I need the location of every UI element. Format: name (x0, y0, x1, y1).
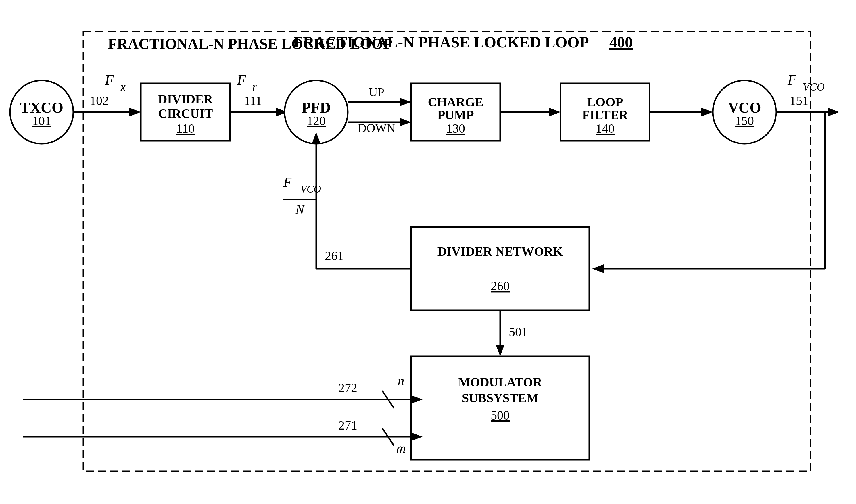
charge-pump-label2: PUMP (437, 108, 474, 122)
fr-label: F (237, 72, 246, 88)
loop-filter-id: 140 (595, 122, 614, 136)
fvcon-label-n: N (295, 202, 305, 217)
fvco-label: F (787, 72, 797, 88)
down-label: DOWN (358, 122, 395, 135)
modulator-label2: SUBSYSTEM (462, 391, 539, 405)
fx-label: F (105, 72, 114, 88)
charge-pump-id: 130 (446, 122, 465, 136)
divider-circuit-id: 110 (176, 122, 195, 136)
txco-id: 101 (32, 114, 51, 128)
charge-pump-label1: CHARGE (428, 95, 483, 109)
m-signal-label: m (396, 441, 406, 455)
divider-circuit-label2: CIRCUIT (158, 107, 213, 121)
wire-272-label: 272 (338, 381, 357, 395)
fvcon-label-vco: VCO (300, 183, 321, 195)
pfd-id: 120 (307, 114, 326, 128)
up-label: UP (369, 86, 384, 99)
fx-subscript: x (121, 81, 126, 93)
vco-id: 150 (735, 114, 754, 128)
n-signal-label: n (398, 373, 405, 388)
vco-label: VCO (728, 100, 761, 116)
wire-102-label: 102 (90, 94, 109, 108)
loop-filter-label1: LOOP (587, 95, 623, 109)
wire-151-label: 151 (790, 94, 808, 108)
divider-network-id: 260 (491, 279, 510, 293)
fvcon-label-f: F (283, 175, 292, 190)
modulator-subsystem-box (411, 356, 589, 460)
fvco-subscript: VCO (803, 81, 825, 93)
txco-label: TXCO (20, 100, 63, 116)
pll-id-label: 400 (609, 34, 632, 51)
modulator-label1: MODULATOR (458, 375, 542, 389)
divider-circuit-label1: DIVIDER (158, 92, 213, 106)
modulator-id: 500 (491, 408, 510, 422)
loop-filter-label2: FILTER (582, 108, 628, 122)
pfd-label: PFD (302, 100, 331, 116)
divider-network-label1: DIVIDER NETWORK (438, 245, 563, 258)
pll-title: FRACTIONAL-N PHASE LOCKED LOOP (293, 34, 589, 51)
wire-261-label: 261 (325, 249, 344, 263)
fr-subscript: r (252, 81, 257, 93)
wire-501-label: 501 (509, 325, 528, 339)
wire-111-label: 111 (244, 94, 262, 108)
divider-network-box (411, 227, 589, 310)
wire-271-label: 271 (338, 418, 357, 432)
diagram-container: FRACTIONAL-N PHASE LOCKED LOOP TXCO 101 … (0, 0, 856, 504)
